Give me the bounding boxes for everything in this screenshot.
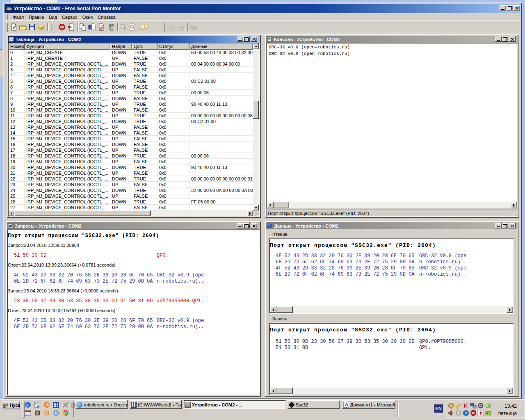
write-hscroll-left[interactable]	[270, 388, 276, 394]
network-icon[interactable]	[470, 402, 477, 409]
red-shield-icon[interactable]	[470, 410, 477, 416]
horn-speaker-icon[interactable]	[448, 410, 454, 416]
console-hscroll-thumb[interactable]	[274, 202, 289, 208]
table-row[interactable]: 18 IRP_MJ_DEVICE_CONTROL (IOCTL_... DOWN…	[9, 153, 253, 159]
table-row[interactable]: 22 IRP_MJ_DEVICE_CONTROL (IOCTL_... DOWN…	[9, 176, 253, 182]
task-button[interactable]: Ssc32	[288, 400, 340, 409]
trash-button[interactable]	[107, 23, 116, 32]
bluetooth-icon[interactable]	[463, 410, 469, 416]
table-row[interactable]: 25 IRP_MJ_DEVICE_CONTROL (IOCTL_... UP F…	[9, 194, 253, 199]
console-client[interactable]	[266, 43, 518, 209]
requests-close-button[interactable]	[251, 223, 257, 228]
requests-title-bar[interactable]: Запросы - Устройство - COM2	[7, 222, 260, 229]
column-header-dir[interactable]: Напрв...	[110, 43, 132, 50]
table-hscroll-left[interactable]	[9, 210, 14, 216]
table-row[interactable]: 1 IRP_MJ_CREATE UP FALSE 0x0	[9, 56, 253, 62]
menu-item[interactable]: Окно	[80, 14, 96, 21]
table-row[interactable]: 7 IRP_MJ_DEVICE_CONTROL (IOCTL_... UP TR…	[9, 90, 253, 96]
table-row[interactable]: 19 IRP_MJ_DEVICE_CONTROL (IOCTL_... UP F…	[9, 159, 253, 165]
gray-ring-icon[interactable]	[455, 410, 462, 416]
table-row[interactable]: 2 IRP_MJ_DEVICE_CONTROL (IOCTL_... DOWN …	[9, 62, 253, 67]
far-manager-icon[interactable]	[53, 402, 60, 409]
console-hscrollbar[interactable]	[267, 202, 517, 208]
table-vscrollbar[interactable]	[253, 43, 259, 210]
table-row[interactable]: 27 IRP_MJ_DEVICE_CONTROL (IOCTL_... UP F…	[9, 205, 253, 211]
table-vscroll-up[interactable]	[253, 43, 259, 49]
table-hscroll-thumb[interactable]	[14, 210, 151, 216]
save-page-button[interactable]	[87, 23, 96, 32]
language-indicator[interactable]: EN	[434, 404, 443, 413]
task-button[interactable]: Документ1 - Microsoft ...	[342, 400, 395, 409]
write-hscroll-thumb[interactable]	[276, 388, 293, 394]
requests-maximize-button[interactable]	[243, 223, 250, 228]
table-window-title-bar[interactable]: Таблица - Устройство - COM2	[8, 36, 260, 43]
menu-item[interactable]: Файл	[10, 14, 26, 21]
menu-item[interactable]: Справка	[95, 14, 118, 21]
table-row[interactable]: 20 IRP_MJ_DEVICE_CONTROL (IOCTL_... DOWN…	[9, 165, 253, 171]
task-button[interactable]: {C:\WWW\Need} - Far	[130, 400, 182, 409]
copy-button[interactable]	[78, 23, 87, 32]
table-maximize-button[interactable]	[243, 37, 250, 42]
table-row[interactable]: 21 IRP_MJ_DEVICE_CONTROL (IOCTL_... UP F…	[9, 171, 253, 176]
table-row[interactable]: 23 IRP_MJ_DEVICE_CONTROL (IOCTL_... UP F…	[9, 182, 253, 188]
world-clock-icon[interactable]	[53, 410, 60, 417]
internet-explorer-icon[interactable]: e	[25, 402, 32, 409]
main-title-bar[interactable]: Устройство - COM2 - Free Serial Port Mon…	[5, 4, 520, 13]
erase-page-button[interactable]	[97, 23, 106, 32]
mail-agent-icon[interactable]: @	[43, 402, 50, 409]
task-button[interactable]: Устройство - COM2 - ...	[184, 400, 285, 409]
table-vscroll-down[interactable]	[253, 205, 259, 210]
table-row[interactable]: 3 IRP_MJ_DEVICE_CONTROL (IOCTL_... UP FA…	[9, 67, 253, 73]
new-file-button[interactable]	[9, 23, 18, 32]
write-hscrollbar[interactable]	[270, 388, 513, 394]
key-icon[interactable]	[455, 402, 462, 409]
data-minimize-button[interactable]	[495, 223, 502, 228]
read-hscroll-thumb[interactable]	[276, 306, 293, 313]
column-header-data[interactable]: Данные	[189, 43, 253, 50]
console-hscroll-left[interactable]	[267, 202, 274, 208]
table-row[interactable]: 6 IRP_MJ_DEVICE_CONTROL (IOCTL_... DOWN …	[9, 84, 253, 90]
menu-gripper[interactable]	[6, 14, 8, 20]
save-button[interactable]	[27, 23, 37, 32]
menu-item[interactable]: Сервис	[59, 14, 80, 21]
import-locked-button[interactable]	[167, 23, 176, 32]
console-title-bar[interactable]: Консоль - Устройство - COM2	[266, 36, 518, 43]
send-box-button[interactable]	[189, 23, 198, 32]
table-minimize-button[interactable]	[237, 37, 243, 42]
close-button[interactable]	[514, 5, 520, 11]
column-header-status[interactable]: Статус	[158, 43, 189, 50]
read-hscrollbar[interactable]	[270, 306, 513, 313]
console-hscroll-right[interactable]	[511, 202, 517, 208]
console-close-button[interactable]	[509, 37, 516, 42]
console-resize-grip[interactable]	[512, 211, 518, 216]
package-button[interactable]	[37, 23, 46, 32]
task-button[interactable]: roboforum.ru • Ответит...	[75, 400, 128, 409]
table-row[interactable]: 16 IRP_MJ_DEVICE_CONTROL (IOCTL_... DOWN…	[9, 142, 253, 148]
clear-page-button[interactable]	[66, 23, 75, 32]
table-row[interactable]: 0 IRP_MJ_CREATE DOWN TRUE 0x0 53 00 53 0…	[9, 50, 253, 56]
table-row[interactable]: 17 IRP_MJ_DEVICE_CONTROL (IOCTL_... UP F…	[9, 148, 253, 153]
play-button[interactable]	[48, 23, 57, 32]
calendar-icon[interactable]	[25, 410, 32, 417]
menu-item[interactable]: Вид	[46, 14, 59, 21]
read-hscroll-left[interactable]	[270, 306, 276, 313]
table-row[interactable]: 8 IRP_MJ_DEVICE_CONTROL (IOCTL_... DOWN …	[9, 96, 253, 102]
lightning-icon[interactable]	[477, 410, 484, 416]
table-close-button[interactable]	[251, 37, 257, 42]
table-row[interactable]: 10 IRP_MJ_DEVICE_CONTROL (IOCTL_... DOWN…	[9, 107, 253, 113]
volume-knob-icon[interactable]	[477, 402, 484, 409]
table-row[interactable]: 12 IRP_MJ_DEVICE_CONTROL (IOCTL_... DOWN…	[9, 119, 253, 125]
antivirus-k-icon[interactable]: K	[463, 402, 469, 409]
start-button[interactable]: Пуск	[2, 401, 20, 409]
table-row[interactable]: 4 IRP_MJ_DEVICE_CONTROL (IOCTL_... DOWN …	[9, 73, 253, 79]
tools-icon[interactable]	[62, 402, 69, 409]
help-button[interactable]: ?	[140, 23, 149, 32]
minimize-button[interactable]	[500, 5, 506, 11]
data-maximize-button[interactable]	[502, 223, 508, 228]
table-row[interactable]: 11 IRP_MJ_DEVICE_CONTROL (IOCTL_... UP T…	[9, 113, 253, 119]
column-header-extra[interactable]: Доп.	[132, 43, 158, 50]
outlook-express-icon[interactable]	[34, 402, 41, 409]
phone-icon[interactable]	[34, 410, 41, 417]
table-hscroll-right[interactable]	[247, 210, 253, 216]
write-hscroll-right[interactable]	[507, 388, 513, 394]
